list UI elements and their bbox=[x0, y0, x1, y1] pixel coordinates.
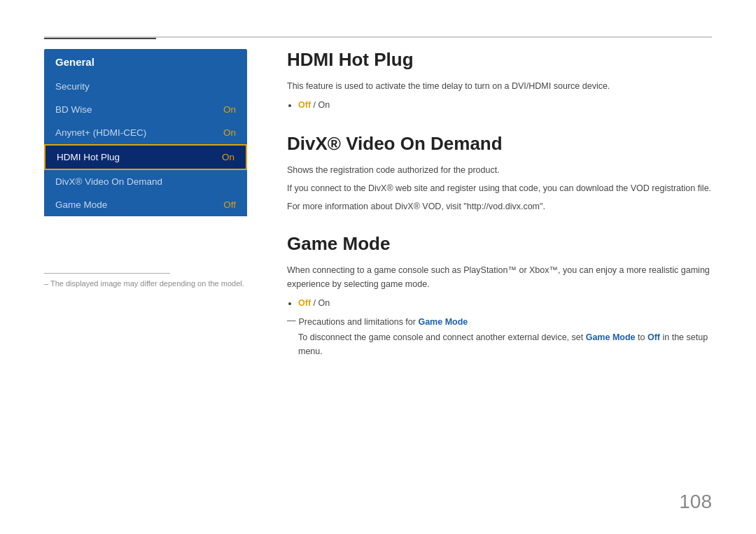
sidebar-footer-note: – The displayed image may differ dependi… bbox=[44, 279, 247, 288]
sidebar-item-hdmi-hot-plug-value: On bbox=[222, 152, 234, 162]
precaution-line: — Precautions and limitations for Game M… bbox=[287, 315, 712, 329]
section-hdmi-hot-plug-title: HDMI Hot Plug bbox=[287, 49, 712, 71]
sidebar-item-anynet-label: Anynet+ (HDMI-CEC) bbox=[55, 127, 146, 138]
sidebar-item-divx-vod[interactable]: DivX® Video On Demand bbox=[44, 170, 247, 193]
precaution-detail-off: Off bbox=[648, 332, 660, 342]
precaution-detail-text: To disconnect the game console and conne… bbox=[298, 332, 708, 356]
sidebar-menu: Security BD Wise On Anynet+ (HDMI-CEC) O… bbox=[44, 75, 247, 216]
sidebar-header: General bbox=[44, 49, 247, 75]
top-bar bbox=[44, 36, 712, 38]
section-hdmi-hot-plug-desc: This feature is used to activate the tim… bbox=[287, 79, 712, 93]
bullet-off-game-label: Off bbox=[298, 298, 311, 308]
page-number: 108 bbox=[679, 491, 712, 513]
section-divx-vod-title: DivX® Video On Demand bbox=[287, 133, 712, 155]
sidebar-item-hdmi-hot-plug-label: HDMI Hot Plug bbox=[57, 152, 120, 162]
section-game-mode-bullets: Off / On bbox=[298, 295, 712, 311]
precaution-detail: To disconnect the game console and conne… bbox=[298, 330, 712, 358]
sidebar-item-bd-wise-value: On bbox=[223, 104, 236, 115]
sidebar-footer: – The displayed image may differ dependi… bbox=[44, 273, 247, 288]
sidebar-footer-divider bbox=[44, 273, 170, 274]
section-game-mode-desc: When connecting to a game console such a… bbox=[287, 263, 712, 291]
sidebar-item-bd-wise-label: BD Wise bbox=[55, 104, 92, 115]
sidebar-item-hdmi-hot-plug[interactable]: HDMI Hot Plug On bbox=[44, 144, 247, 170]
main-content: HDMI Hot Plug This feature is used to ac… bbox=[287, 49, 712, 378]
sidebar: General Security BD Wise On Anynet+ (HDM… bbox=[44, 49, 247, 216]
bullet-item-hdmi: Off / On bbox=[298, 97, 712, 113]
section-hdmi-hot-plug-bullets: Off / On bbox=[298, 97, 712, 113]
sidebar-item-divx-vod-label: DivX® Video On Demand bbox=[55, 176, 162, 187]
section-hdmi-hot-plug: HDMI Hot Plug This feature is used to ac… bbox=[287, 49, 712, 113]
bullet-off-label: Off bbox=[298, 100, 311, 110]
bullet-separator: / On bbox=[314, 100, 330, 110]
sidebar-item-game-mode-value: Off bbox=[223, 199, 236, 210]
section-game-mode: Game Mode When connecting to a game cons… bbox=[287, 233, 712, 359]
section-divx-vod-para2: If you connect to the DivX® web site and… bbox=[287, 181, 712, 195]
sidebar-item-game-mode[interactable]: Game Mode Off bbox=[44, 193, 247, 216]
section-divx-vod-para3: For more information about DivX® VOD, vi… bbox=[287, 199, 712, 213]
bullet-separator-game: / On bbox=[314, 298, 330, 308]
precaution-game-mode-link: Game Mode bbox=[418, 317, 468, 327]
sidebar-item-security[interactable]: Security bbox=[44, 75, 247, 98]
section-divx-vod: DivX® Video On Demand Shows the registra… bbox=[287, 133, 712, 213]
precaution-detail-game-mode: Game Mode bbox=[586, 332, 636, 342]
bullet-item-game-mode: Off / On bbox=[298, 295, 712, 311]
sidebar-item-game-mode-label: Game Mode bbox=[55, 199, 107, 210]
precaution-text: Precautions and limitations for Game Mod… bbox=[299, 315, 468, 329]
section-divx-vod-para1: Shows the registration code authorized f… bbox=[287, 163, 712, 177]
precaution-dash: — bbox=[287, 316, 296, 325]
sidebar-item-anynet-value: On bbox=[223, 127, 236, 138]
sidebar-item-security-label: Security bbox=[55, 81, 90, 92]
sidebar-item-anynet[interactable]: Anynet+ (HDMI-CEC) On bbox=[44, 121, 247, 144]
section-game-mode-title: Game Mode bbox=[287, 233, 712, 255]
sidebar-item-bd-wise[interactable]: BD Wise On bbox=[44, 98, 247, 121]
